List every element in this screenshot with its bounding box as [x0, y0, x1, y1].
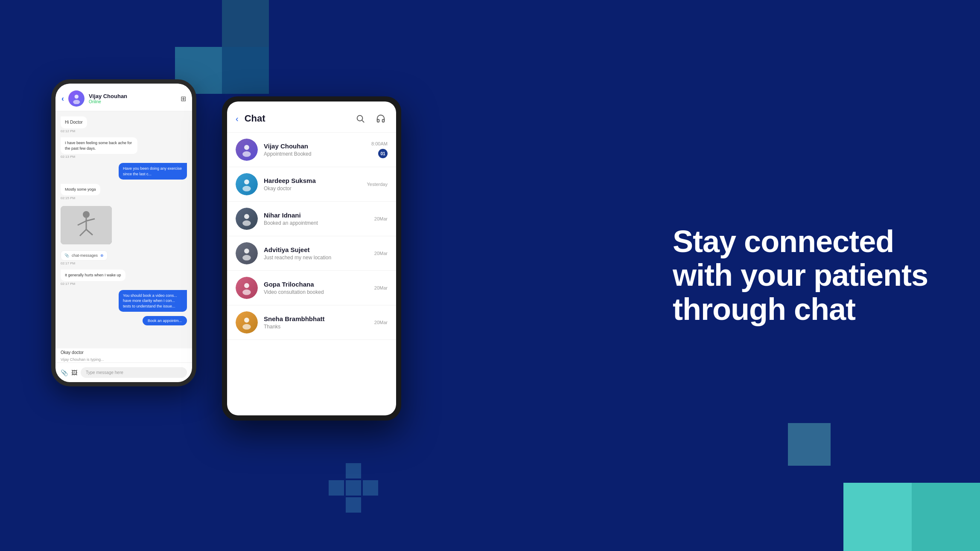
right-content: Stay connected with your patients throug…	[630, 225, 929, 326]
file-name: chat-messages	[72, 253, 98, 258]
chat-name-gopa: Gopa Trilochana	[264, 281, 368, 288]
svg-point-11	[244, 145, 249, 150]
svg-point-3	[83, 211, 90, 218]
main-container: ‹ Vijay Chouhan Online ⊞	[0, 0, 980, 551]
msg-hurts: It generally hurts when I wake up 02:17 …	[61, 270, 125, 286]
headline-line2: with your patients	[673, 258, 928, 292]
svg-point-19	[244, 283, 249, 288]
phone1-header: ‹ Vijay Chouhan Online ⊞	[55, 84, 192, 111]
chat-meta-sneha: 20Mar	[374, 320, 388, 325]
chat-info-advitiya: Advitiya Sujeet Just reached my new loca…	[264, 246, 368, 261]
chat-item-gopa[interactable]: Gopa Trilochana Video consultation booke…	[227, 271, 396, 305]
chat-name-hardeep: Hardeep Suksma	[264, 177, 361, 184]
unread-badge-vijay: 01	[378, 149, 388, 158]
chat-meta-advitiya: 20Mar	[374, 251, 388, 256]
avatar-vijay	[236, 139, 258, 161]
chat-item-vijay[interactable]: Vijay Chouhan Appointment Booked 8:00AM …	[227, 133, 396, 167]
chat-name-nihar: Nihar Idnani	[264, 212, 368, 219]
avatar-advitiya	[236, 242, 258, 264]
msg-book-btn: Book an appointm...	[143, 316, 187, 325]
chat-preview-gopa: Video consultation booked	[264, 289, 368, 295]
msg-yoga-image	[61, 204, 112, 244]
avatar-hardeep	[236, 173, 258, 195]
phones-area: ‹ Vijay Chouhan Online ⊞	[51, 62, 401, 489]
msg-exercise: Have you been doing any exercise since t…	[119, 163, 187, 180]
chat-item-nihar[interactable]: Nihar Idnani Booked an appointment 20Mar	[227, 202, 396, 236]
okay-msg: Okay doctor	[55, 348, 192, 357]
svg-point-16	[242, 220, 251, 226]
phone1-avatar	[68, 90, 85, 107]
avatar-gopa	[236, 277, 258, 299]
phone1-chat-conversation: ‹ Vijay Chouhan Online ⊞	[51, 79, 196, 386]
headline: Stay connected with your patients throug…	[673, 225, 929, 326]
chat-item-hardeep[interactable]: Hardeep Suksma Okay doctor Yesterday	[227, 167, 396, 202]
svg-line-10	[362, 120, 364, 122]
chat-preview-sneha: Thanks	[264, 324, 368, 330]
image-button[interactable]: 🖼	[71, 369, 77, 376]
svg-point-9	[357, 116, 363, 121]
svg-point-22	[242, 324, 251, 330]
attach-button[interactable]: 📎	[61, 369, 68, 376]
svg-point-20	[242, 290, 251, 295]
chat-info-vijay: Vijay Chouhan Appointment Booked	[264, 142, 365, 157]
avatar-sneha	[236, 311, 258, 334]
phone1-input-bar: 📎 🖼 Type message here	[55, 362, 192, 382]
chat-meta-nihar: 20Mar	[374, 216, 388, 221]
chat-info-gopa: Gopa Trilochana Video consultation booke…	[264, 281, 368, 295]
phone1-status: Online	[89, 99, 176, 104]
msg-back-ache: I have been feeling some back ache for t…	[61, 137, 137, 159]
phone2-headset-button[interactable]	[374, 112, 388, 125]
svg-point-12	[242, 151, 251, 157]
chat-item-sneha[interactable]: Sneha Brambhbhatt Thanks 20Mar	[227, 305, 396, 340]
svg-point-17	[244, 249, 249, 254]
chat-info-hardeep: Hardeep Suksma Okay doctor	[264, 177, 361, 191]
headline-line1: Stay connected	[673, 224, 894, 258]
avatar-nihar	[236, 208, 258, 230]
svg-point-18	[242, 255, 251, 261]
phone1-user-name: Vijay Chouhan	[89, 93, 176, 99]
chat-item-advitiya[interactable]: Advitiya Sujeet Just reached my new loca…	[227, 236, 396, 271]
phone2-title: Chat	[245, 113, 353, 124]
phone1-message-input[interactable]: Type message here	[81, 367, 187, 378]
attach-icon: 📎	[64, 253, 69, 258]
chat-name-advitiya: Advitiya Sujeet	[264, 246, 368, 253]
msg-file: 📎 chat-messages ⊕ 02:17 PM	[61, 249, 108, 265]
svg-point-0	[74, 95, 78, 99]
headline-line3: through chat	[673, 292, 855, 326]
phone2-search-button[interactable]	[353, 112, 367, 125]
chat-meta-gopa: 20Mar	[374, 285, 388, 290]
phone2-header: ‹ Chat	[227, 102, 396, 133]
svg-point-1	[73, 100, 80, 104]
chat-preview-vijay: Appointment Booked	[264, 151, 365, 157]
typing-indicator: Vijay Chouhan is typing...	[55, 357, 192, 362]
chat-name-sneha: Sneha Brambhbhatt	[264, 315, 368, 322]
phone1-notes-icon[interactable]: ⊞	[181, 95, 186, 103]
chat-preview-nihar: Booked an appointment	[264, 220, 368, 226]
chat-info-sneha: Sneha Brambhbhatt Thanks	[264, 315, 368, 330]
msg-hi-doctor: Hi Doctor 02:12 PM	[61, 116, 87, 133]
download-icon[interactable]: ⊕	[100, 253, 104, 258]
chat-list: Vijay Chouhan Appointment Booked 8:00AM …	[227, 133, 396, 415]
phone2-back-button[interactable]: ‹	[236, 114, 239, 124]
chat-meta-vijay: 8:00AM 01	[371, 141, 388, 158]
chat-info-nihar: Nihar Idnani Booked an appointment	[264, 212, 368, 226]
chat-meta-hardeep: Yesterday	[367, 182, 388, 187]
msg-yoga: Mostly some yoga 02:15 PM	[61, 184, 100, 200]
phone2-chat-list: ‹ Chat	[222, 96, 401, 420]
svg-point-14	[242, 186, 251, 191]
chat-preview-advitiya: Just reached my new location	[264, 255, 368, 261]
phone1-user-info: Vijay Chouhan Online	[89, 93, 176, 104]
phone1-back-button[interactable]: ‹	[61, 94, 64, 103]
phone1-messages: Hi Doctor 02:12 PM I have been feeling s…	[55, 111, 192, 348]
chat-preview-hardeep: Okay doctor	[264, 186, 361, 191]
chat-name-vijay: Vijay Chouhan	[264, 142, 365, 150]
svg-point-15	[244, 214, 249, 219]
msg-advice: You should book a video cons... have mor…	[119, 290, 187, 312]
svg-point-13	[244, 180, 249, 185]
svg-point-21	[244, 318, 249, 323]
